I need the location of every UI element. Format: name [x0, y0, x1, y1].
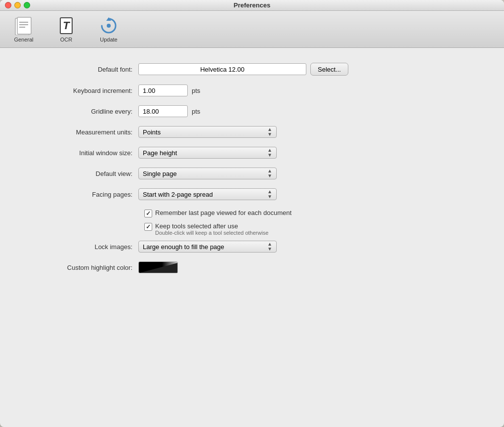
toolbar-item-general[interactable]: General — [10, 14, 38, 44]
custom-highlight-label: Custom highlight color: — [30, 264, 138, 271]
keep-tools-sublabel: Double-click will keep a tool selected o… — [155, 230, 268, 236]
close-button[interactable] — [5, 2, 11, 8]
dropdown-arrows-icon: ▲ ▼ — [267, 148, 272, 158]
keep-tools-checkbox[interactable] — [144, 223, 152, 231]
ocr-icon: T — [56, 16, 76, 36]
initial-window-size-row: Initial window size: Page height ▲ ▼ — [30, 147, 474, 159]
window-controls — [5, 2, 30, 8]
toolbar: General T OCR Update — [0, 11, 504, 48]
dropdown-arrows-icon: ▲ ▼ — [267, 242, 272, 252]
measurement-units-dropdown[interactable]: Points ▲ ▼ — [138, 126, 277, 138]
remember-last-page-row: Remember last page viewed for each docum… — [144, 209, 474, 217]
svg-rect-1 — [17, 17, 31, 34]
general-label: General — [14, 37, 33, 43]
preferences-window: Preferences General T OCR — [0, 0, 504, 427]
default-font-label: Default font: — [30, 66, 138, 73]
facing-pages-row: Facing pages: Start with 2-page spread ▲… — [30, 188, 474, 200]
dropdown-arrows-icon: ▲ ▼ — [267, 127, 272, 137]
minimize-button[interactable] — [14, 2, 21, 8]
svg-marker-7 — [140, 263, 177, 273]
facing-pages-field: Start with 2-page spread ▲ ▼ — [138, 188, 277, 200]
remember-last-page-label: Remember last page viewed for each docum… — [155, 209, 292, 216]
custom-highlight-row: Custom highlight color: — [30, 261, 474, 273]
initial-window-size-dropdown[interactable]: Page height ▲ ▼ — [138, 147, 277, 159]
maximize-button[interactable] — [24, 2, 30, 8]
gridline-every-input[interactable] — [138, 105, 188, 117]
keyboard-increment-row: Keyboard increment: pts — [30, 85, 474, 96]
remember-last-page-content: Remember last page viewed for each docum… — [155, 209, 292, 216]
default-view-label: Default view: — [30, 170, 138, 177]
ocr-label: OCR — [60, 37, 72, 43]
initial-window-size-label: Initial window size: — [30, 149, 138, 157]
default-view-field: Single page ▲ ▼ — [138, 168, 277, 179]
window-title: Preferences — [234, 1, 270, 9]
preferences-content: Default font: Helvetica 12.00 Select... … — [0, 48, 504, 427]
gridline-every-label: Gridline every: — [30, 108, 138, 115]
keyboard-increment-input[interactable] — [138, 85, 188, 96]
custom-highlight-field — [138, 261, 178, 273]
lock-images-field: Large enough to fill the page ▲ ▼ — [138, 241, 277, 253]
remember-last-page-checkbox-area: Remember last page viewed for each docum… — [144, 209, 292, 217]
default-font-field: Helvetica 12.00 Select... — [138, 63, 348, 76]
keyboard-increment-field: pts — [138, 85, 200, 96]
remember-last-page-checkbox[interactable] — [144, 210, 152, 217]
measurement-units-field: Points ▲ ▼ — [138, 126, 277, 138]
gridline-every-row: Gridline every: pts — [30, 105, 474, 117]
keep-tools-label: Keep tools selected after use — [155, 222, 268, 230]
svg-point-6 — [107, 24, 111, 28]
title-bar: Preferences — [0, 0, 504, 11]
dropdown-arrows-icon: ▲ ▼ — [267, 189, 272, 199]
keep-tools-content: Keep tools selected after use Double-cli… — [155, 222, 268, 236]
lock-images-dropdown[interactable]: Large enough to fill the page ▲ ▼ — [138, 241, 277, 253]
gridline-every-unit: pts — [192, 108, 200, 115]
general-icon — [14, 16, 34, 36]
color-swatch[interactable] — [138, 261, 178, 273]
initial-window-size-field: Page height ▲ ▼ — [138, 147, 277, 159]
lock-images-label: Lock images: — [30, 243, 138, 251]
dropdown-arrows-icon: ▲ ▼ — [267, 169, 272, 178]
measurement-units-label: Measurement units: — [30, 128, 138, 136]
keyboard-increment-label: Keyboard increment: — [30, 87, 138, 94]
facing-pages-dropdown[interactable]: Start with 2-page spread ▲ ▼ — [138, 188, 277, 200]
gridline-every-field: pts — [138, 105, 200, 117]
update-icon — [99, 16, 119, 36]
default-view-row: Default view: Single page ▲ ▼ — [30, 168, 474, 179]
toolbar-item-ocr[interactable]: T OCR — [52, 14, 80, 44]
default-font-row: Default font: Helvetica 12.00 Select... — [30, 63, 474, 76]
keyboard-increment-unit: pts — [192, 87, 200, 94]
default-view-dropdown[interactable]: Single page ▲ ▼ — [138, 168, 277, 179]
update-label: Update — [100, 37, 117, 43]
keep-tools-checkbox-area: Keep tools selected after use Double-cli… — [144, 222, 268, 236]
font-display: Helvetica 12.00 — [138, 63, 306, 75]
keep-tools-row: Keep tools selected after use Double-cli… — [144, 222, 474, 236]
toolbar-item-update[interactable]: Update — [95, 14, 123, 44]
select-font-button[interactable]: Select... — [310, 63, 348, 76]
lock-images-row: Lock images: Large enough to fill the pa… — [30, 241, 474, 253]
facing-pages-label: Facing pages: — [30, 191, 138, 198]
measurement-units-row: Measurement units: Points ▲ ▼ — [30, 126, 474, 138]
